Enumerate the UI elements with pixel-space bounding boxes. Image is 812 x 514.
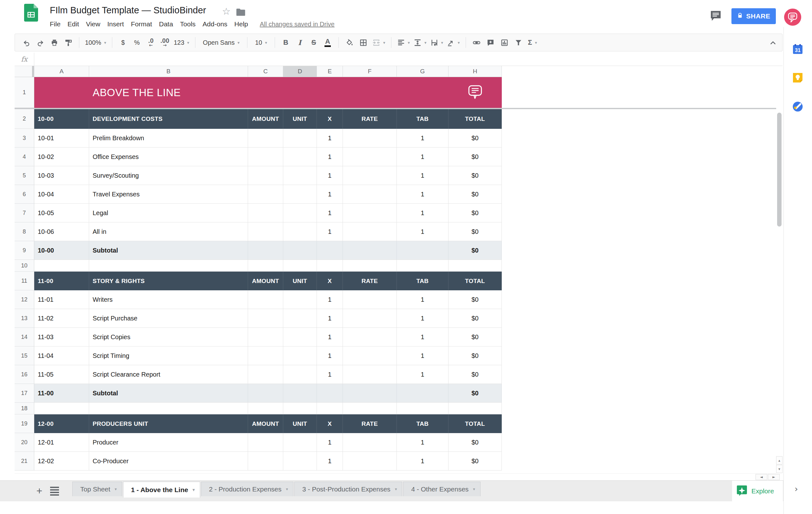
cell-G10[interactable] bbox=[397, 260, 448, 272]
cell-D14[interactable] bbox=[283, 328, 317, 346]
cell-G15[interactable]: 1 bbox=[397, 346, 448, 365]
cell-E15[interactable]: 1 bbox=[317, 346, 343, 365]
cell-C3[interactable] bbox=[248, 129, 283, 147]
cell-G11[interactable]: TAB bbox=[397, 272, 448, 290]
cell-H20[interactable]: $0 bbox=[448, 433, 502, 452]
cell-E16[interactable]: 1 bbox=[317, 365, 343, 384]
cell-F18[interactable] bbox=[343, 403, 397, 415]
cell-A19[interactable]: 12-00 bbox=[34, 415, 89, 433]
cell-E17[interactable] bbox=[317, 384, 343, 403]
account-avatar[interactable] bbox=[784, 8, 801, 27]
calendar-icon[interactable]: 31 bbox=[792, 44, 804, 55]
cell-H3[interactable]: $0 bbox=[448, 129, 502, 147]
cell-A4[interactable]: 10-02 bbox=[34, 147, 89, 166]
row-number-6[interactable]: 6 bbox=[14, 185, 34, 204]
borders-icon[interactable] bbox=[356, 35, 371, 50]
cell-A21[interactable]: 12-02 bbox=[34, 452, 89, 470]
redo-icon[interactable] bbox=[33, 35, 47, 50]
row-number-4[interactable]: 4 bbox=[14, 147, 34, 166]
toolbar--button[interactable]: % bbox=[130, 35, 144, 50]
align-left-icon[interactable]: ▾ bbox=[395, 35, 412, 50]
undo-icon[interactable] bbox=[19, 35, 33, 50]
cell-D15[interactable] bbox=[283, 346, 317, 365]
cell-D21[interactable] bbox=[283, 452, 317, 470]
cell-A20[interactable]: 12-01 bbox=[34, 433, 89, 452]
cell-E4[interactable]: 1 bbox=[317, 147, 343, 166]
cell-G6[interactable]: 1 bbox=[397, 185, 448, 204]
cell-C21[interactable] bbox=[248, 452, 283, 470]
add-sheet-button[interactable]: + bbox=[32, 483, 46, 498]
cell-G9[interactable] bbox=[397, 241, 448, 260]
cell-F3[interactable] bbox=[343, 129, 397, 147]
row-number-1[interactable]: 1 bbox=[14, 77, 34, 108]
sum-icon[interactable]: Σ▾ bbox=[526, 35, 540, 50]
tab-menu-caret-icon[interactable]: ▾ bbox=[193, 487, 195, 492]
cell-C20[interactable] bbox=[248, 433, 283, 452]
cell-G17[interactable] bbox=[397, 384, 448, 403]
cell-A10[interactable] bbox=[34, 260, 89, 272]
row-number-17[interactable]: 17 bbox=[14, 384, 34, 403]
cell-F20[interactable] bbox=[343, 433, 397, 452]
row-number-5[interactable]: 5 bbox=[14, 166, 34, 185]
cell-G18[interactable] bbox=[397, 403, 448, 415]
cell-F15[interactable] bbox=[343, 346, 397, 365]
cell-H18[interactable] bbox=[448, 403, 502, 415]
sheet-tab-1-above-the-line[interactable]: 1 - Above the Line▾ bbox=[123, 482, 200, 497]
cell-F4[interactable] bbox=[343, 147, 397, 166]
cell-D9[interactable] bbox=[283, 241, 317, 260]
formula-input[interactable] bbox=[34, 53, 783, 66]
cell-D16[interactable] bbox=[283, 365, 317, 384]
cell-C12[interactable] bbox=[248, 290, 283, 309]
cell-H11[interactable]: TOTAL bbox=[448, 272, 502, 290]
cell-H5[interactable]: $0 bbox=[448, 166, 502, 185]
row-number-12[interactable]: 12 bbox=[14, 290, 34, 309]
cell-A16[interactable]: 11-05 bbox=[34, 365, 89, 384]
text-color-icon[interactable]: A bbox=[321, 35, 335, 50]
cell-E5[interactable]: 1 bbox=[317, 166, 343, 185]
tab-menu-caret-icon[interactable]: ▾ bbox=[115, 487, 117, 491]
scroll-right-button[interactable]: ► bbox=[768, 474, 780, 480]
column-header-H[interactable]: H bbox=[448, 66, 502, 77]
cell-B2[interactable]: DEVELOPMENT COSTS bbox=[89, 109, 248, 129]
cell-E18[interactable] bbox=[317, 403, 343, 415]
banner-cell[interactable]: ABOVE THE LINE bbox=[34, 77, 502, 108]
cell-B18[interactable] bbox=[89, 403, 248, 415]
strikethrough-icon[interactable]: S bbox=[307, 35, 321, 50]
cell-C11[interactable]: AMOUNT bbox=[248, 272, 283, 290]
cell-A2[interactable]: 10-00 bbox=[34, 109, 89, 129]
cell-H15[interactable]: $0 bbox=[448, 346, 502, 365]
filter-icon[interactable] bbox=[512, 35, 526, 50]
cell-B21[interactable]: Co-Producer bbox=[89, 452, 248, 470]
cell-E11[interactable]: X bbox=[317, 272, 343, 290]
cell-A15[interactable]: 11-04 bbox=[34, 346, 89, 365]
cell-G8[interactable]: 1 bbox=[397, 222, 448, 241]
cell-E9[interactable] bbox=[317, 241, 343, 260]
toolbar-100-button[interactable]: 100%▾ bbox=[83, 35, 108, 50]
cell-D13[interactable] bbox=[283, 309, 317, 328]
cell-A7[interactable]: 10-05 bbox=[34, 204, 89, 222]
cell-A11[interactable]: 11-00 bbox=[34, 272, 89, 290]
cell-F10[interactable] bbox=[343, 260, 397, 272]
column-header-G[interactable]: G bbox=[397, 66, 448, 77]
cell-B13[interactable]: Script Purchase bbox=[89, 309, 248, 328]
folder-icon[interactable] bbox=[236, 8, 245, 18]
cell-D19[interactable]: UNIT bbox=[283, 415, 317, 433]
cell-C5[interactable] bbox=[248, 166, 283, 185]
sheet-tab-top-sheet[interactable]: Top Sheet▾ bbox=[72, 482, 122, 496]
cell-A9[interactable]: 10-00 bbox=[34, 241, 89, 260]
cell-B12[interactable]: Writers bbox=[89, 290, 248, 309]
chart-icon[interactable] bbox=[498, 35, 512, 50]
menu-file[interactable]: File bbox=[46, 19, 64, 30]
cell-E10[interactable] bbox=[317, 260, 343, 272]
select-all-corner[interactable] bbox=[14, 66, 34, 77]
cell-B10[interactable] bbox=[89, 260, 248, 272]
text-rotation-icon[interactable]: ▾ bbox=[445, 35, 462, 50]
cell-C9[interactable] bbox=[248, 241, 283, 260]
cell-G12[interactable]: 1 bbox=[397, 290, 448, 309]
tab-menu-caret-icon[interactable]: ▾ bbox=[395, 487, 397, 491]
cell-C7[interactable] bbox=[248, 204, 283, 222]
cell-E2[interactable]: X bbox=[317, 109, 343, 129]
cell-G19[interactable]: TAB bbox=[397, 415, 448, 433]
cell-H12[interactable]: $0 bbox=[448, 290, 502, 309]
cell-D6[interactable] bbox=[283, 185, 317, 204]
